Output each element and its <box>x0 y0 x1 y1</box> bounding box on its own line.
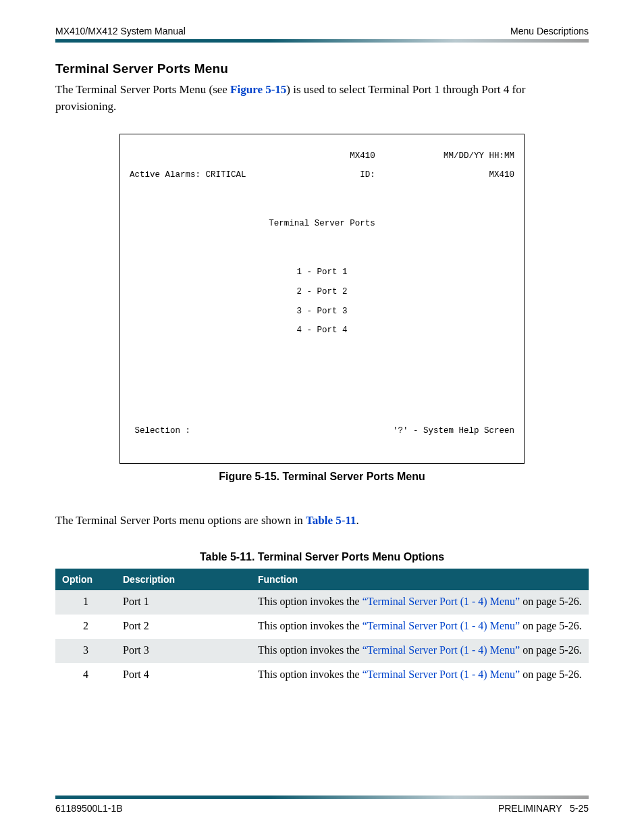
cell-description: Port 3 <box>116 639 251 663</box>
footer-rule <box>55 796 589 799</box>
header-right: Menu Descriptions <box>510 26 589 36</box>
func-text-pre: This option invokes the <box>258 596 363 607</box>
footer-left: 61189500L1-1B <box>55 803 123 814</box>
intro-text-pre: The Terminal Server Ports Menu (see <box>55 83 230 96</box>
table-row: 2Port 2This option invokes the “Terminal… <box>55 615 589 639</box>
terminal-blank <box>130 151 281 161</box>
page-header: MX410/MX412 System Manual Menu Descripti… <box>55 26 589 36</box>
para2-post: . <box>356 514 359 527</box>
func-text-post: on page 5-26. <box>520 596 582 607</box>
cell-option: 3 <box>55 639 116 663</box>
terminal-datetime: MM/DD/YY HH:MM <box>444 151 514 161</box>
table-row: 4Port 4This option invokes the “Terminal… <box>55 663 589 687</box>
cell-description: Port 2 <box>116 615 251 639</box>
cell-description: Port 4 <box>116 663 251 687</box>
cell-option: 1 <box>55 590 116 615</box>
cell-function: This option invokes the “Terminal Server… <box>251 590 589 615</box>
func-text-post: on page 5-26. <box>520 669 582 680</box>
terminal-selection-prompt: Selection : <box>130 426 190 436</box>
menu-link[interactable]: “Terminal Server Port (1 - 4) Menu” <box>363 620 520 631</box>
cell-description: Port 1 <box>116 590 251 615</box>
terminal-spacer <box>130 190 514 209</box>
header-left: MX410/MX412 System Manual <box>55 26 186 36</box>
func-text-post: on page 5-26. <box>520 620 582 631</box>
table-row: 3Port 3This option invokes the “Terminal… <box>55 639 589 663</box>
header-rule <box>55 39 589 43</box>
table-header-row: Option Description Function <box>55 569 589 590</box>
cell-function: This option invokes the “Terminal Server… <box>251 639 589 663</box>
terminal-id-label: ID: <box>360 170 375 180</box>
terminal-screen: MX410MM/DD/YY HH:MM Active Alarms: CRITI… <box>119 134 525 464</box>
table-row: 1Port 1This option invokes the “Terminal… <box>55 590 589 615</box>
menu-link[interactable]: “Terminal Server Port (1 - 4) Menu” <box>363 596 520 607</box>
figure-link[interactable]: Figure 5-15 <box>230 83 286 96</box>
terminal-menu-item: 3 - Port 3 <box>130 307 514 316</box>
cell-option: 2 <box>55 615 116 639</box>
func-text-pre: This option invokes the <box>258 644 363 656</box>
cell-function: This option invokes the “Terminal Server… <box>251 615 589 639</box>
terminal-title: Terminal Server Ports <box>130 219 514 228</box>
menu-link[interactable]: “Terminal Server Port (1 - 4) Menu” <box>363 669 520 680</box>
para2-pre: The Terminal Server Ports menu options a… <box>55 514 306 527</box>
col-function: Function <box>251 569 589 590</box>
cell-option: 4 <box>55 663 116 687</box>
terminal-id-value: MX410 <box>489 170 514 180</box>
col-option: Option <box>55 569 116 590</box>
cell-function: This option invokes the “Terminal Server… <box>251 663 589 687</box>
func-text-pre: This option invokes the <box>258 620 363 631</box>
intro-paragraph: The Terminal Server Ports Menu (see Figu… <box>55 82 589 115</box>
table-caption: Table 5-11. Terminal Server Ports Menu O… <box>55 551 589 563</box>
terminal-menu-item: 4 - Port 4 <box>130 325 514 335</box>
terminal-help-hint: '?' - System Help Screen <box>393 426 514 436</box>
footer-status: PRELIMINARY <box>498 803 562 814</box>
options-table: Option Description Function 1Port 1This … <box>55 569 589 687</box>
terminal-menu-item: 1 - Port 1 <box>130 267 514 277</box>
terminal-device: MX410 <box>350 151 375 161</box>
func-text-post: on page 5-26. <box>520 644 582 656</box>
table-intro-paragraph: The Terminal Server Ports menu options a… <box>55 513 589 529</box>
menu-link[interactable]: “Terminal Server Port (1 - 4) Menu” <box>363 644 520 656</box>
func-text-pre: This option invokes the <box>258 669 363 680</box>
footer-page-number: 5-25 <box>570 803 589 814</box>
terminal-menu-item: 2 - Port 2 <box>130 287 514 296</box>
terminal-spacer <box>130 238 514 258</box>
col-description: Description <box>116 569 251 590</box>
table-link[interactable]: Table 5-11 <box>306 514 356 527</box>
figure-caption: Figure 5-15. Terminal Server Ports Menu <box>55 471 589 483</box>
section-title: Terminal Server Ports Menu <box>55 61 589 76</box>
terminal-alarms: Active Alarms: CRITICAL <box>130 170 246 180</box>
page-footer: 61189500L1-1B PRELIMINARY 5-25 <box>55 803 589 814</box>
footer-right: PRELIMINARY 5-25 <box>498 803 589 814</box>
